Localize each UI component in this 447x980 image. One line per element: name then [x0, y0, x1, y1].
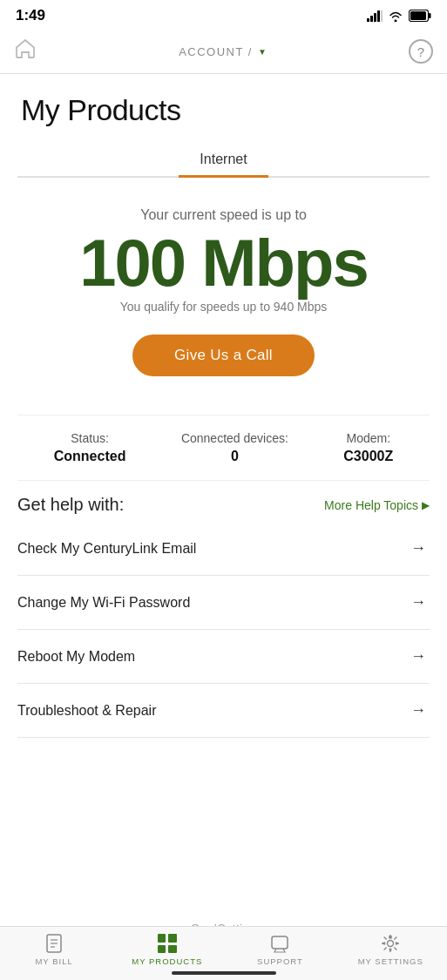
- help-item-wifi: Change My Wi-Fi Password: [17, 595, 190, 611]
- status-icons: [367, 10, 431, 22]
- status-row: Status: Connected Connected devices: 0 M…: [17, 415, 430, 481]
- status-connected: Status: Connected: [54, 431, 126, 464]
- svg-rect-2: [374, 13, 376, 22]
- modem-value: C3000Z: [343, 449, 393, 464]
- grid-icon: [158, 934, 177, 953]
- call-button[interactable]: Give Us a Call: [132, 335, 315, 376]
- page-title: My Products: [21, 93, 430, 127]
- svg-rect-0: [367, 18, 369, 22]
- tab-settings-label: MY SETTINGS: [358, 956, 423, 966]
- tab-support-label: SUPPORT: [257, 956, 303, 966]
- nav-dropdown-arrow: ▼: [258, 47, 267, 57]
- svg-rect-1: [370, 16, 373, 22]
- more-topics-link[interactable]: More Help Topics ▶: [324, 498, 430, 512]
- battery-icon: [409, 10, 431, 22]
- svg-rect-7: [410, 11, 426, 20]
- arrow-icon-0: →: [410, 539, 426, 558]
- status-label: Status:: [54, 431, 126, 445]
- svg-rect-6: [429, 13, 431, 18]
- help-question-mark: ?: [417, 44, 424, 59]
- status-devices: Connected devices: 0: [181, 431, 288, 464]
- more-topics-text: More Help Topics: [324, 498, 418, 512]
- status-value: Connected: [54, 449, 126, 464]
- list-item[interactable]: Check My CenturyLink Email →: [17, 522, 430, 576]
- settings-icon: [381, 934, 400, 953]
- status-modem: Modem: C3000Z: [343, 431, 393, 464]
- page-content: My Products Internet Your current speed …: [0, 93, 447, 825]
- bill-icon: [44, 934, 64, 953]
- tab-products-label: MY PRODUCTS: [132, 956, 202, 966]
- tab-my-products[interactable]: MY PRODUCTS: [132, 934, 202, 966]
- svg-rect-12: [272, 936, 288, 949]
- help-header: Get help with: More Help Topics ▶: [17, 495, 430, 515]
- arrow-icon-1: →: [410, 593, 426, 612]
- help-section: Get help with: More Help Topics ▶ Check …: [17, 481, 430, 738]
- help-list: Check My CenturyLink Email → Change My W…: [17, 522, 430, 738]
- speed-label: Your current speed is up to: [17, 207, 430, 223]
- nav-account[interactable]: ACCOUNT / ▼: [179, 45, 267, 58]
- arrow-icon-2: →: [410, 647, 426, 666]
- arrow-icon-3: →: [410, 701, 426, 720]
- svg-rect-3: [377, 10, 380, 22]
- tab-my-bill[interactable]: MY BILL: [24, 934, 85, 966]
- help-item-email: Check My CenturyLink Email: [17, 541, 196, 557]
- tab-internet[interactable]: Internet: [179, 143, 268, 176]
- home-indicator: [172, 971, 276, 975]
- svg-point-13: [388, 941, 394, 947]
- speed-qualify: You qualify for speeds up to 940 Mbps: [17, 300, 430, 314]
- wifi-icon: [388, 10, 403, 22]
- more-topics-arrow: ▶: [422, 499, 430, 511]
- help-title: Get help with:: [17, 495, 124, 515]
- nav-bar: ACCOUNT / ▼ ?: [0, 30, 447, 74]
- list-item[interactable]: Troubleshoot & Repair →: [17, 684, 430, 738]
- tab-bar: Internet: [17, 143, 430, 178]
- support-icon: [270, 934, 289, 953]
- status-bar: 1:49: [0, 0, 447, 30]
- signal-icon: [367, 10, 383, 22]
- list-item[interactable]: Reboot My Modem →: [17, 630, 430, 684]
- devices-label: Connected devices:: [181, 431, 288, 445]
- tab-support[interactable]: SUPPORT: [249, 934, 310, 966]
- help-item-reboot: Reboot My Modem: [17, 649, 135, 665]
- speed-section: Your current speed is up to 100 Mbps You…: [17, 199, 430, 394]
- tab-bill-label: MY BILL: [35, 956, 72, 966]
- modem-label: Modem:: [343, 431, 393, 445]
- list-item[interactable]: Change My Wi-Fi Password →: [17, 576, 430, 630]
- home-icon[interactable]: [14, 38, 37, 64]
- nav-account-text: ACCOUNT /: [179, 45, 253, 58]
- tab-my-settings[interactable]: MY SETTINGS: [358, 934, 423, 966]
- help-item-troubleshoot: Troubleshoot & Repair: [17, 703, 157, 719]
- speed-value: 100 Mbps: [17, 230, 430, 296]
- devices-value: 0: [181, 449, 288, 464]
- status-time: 1:49: [16, 7, 45, 24]
- nav-help-icon[interactable]: ?: [409, 39, 433, 64]
- svg-rect-4: [381, 10, 383, 22]
